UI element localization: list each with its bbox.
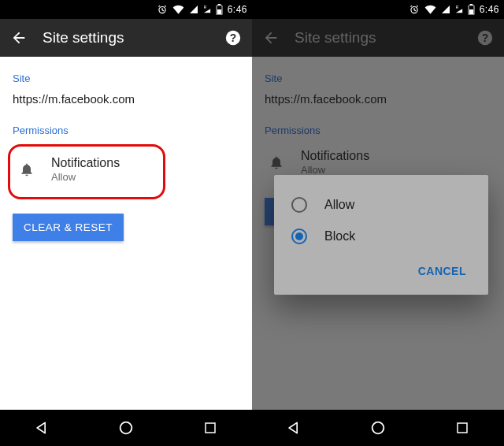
battery-icon: [468, 4, 475, 15]
phone-left: R 6:46 Site settings ? Site https://m.fa…: [0, 0, 252, 446]
clock-text: 6:46: [228, 4, 247, 15]
status-bar: R 6:46: [252, 0, 504, 19]
signal-icon: [189, 5, 198, 14]
permission-title: Notifications: [51, 156, 120, 170]
battery-icon: [216, 4, 223, 15]
svg-text:R: R: [203, 6, 206, 9]
signal-r-icon: R: [203, 5, 211, 14]
nav-home-icon[interactable]: [116, 418, 136, 438]
screen-content: Site https://m.facebook.com Permissions …: [0, 57, 252, 410]
cancel-button[interactable]: CANCEL: [410, 258, 474, 284]
svg-rect-12: [469, 4, 472, 6]
clear-reset-button[interactable]: CLEAR & RESET: [13, 214, 124, 241]
signal-icon: [441, 5, 450, 14]
page-title: Site settings: [43, 29, 224, 46]
wifi-icon: [424, 5, 436, 14]
android-nav-bar: [0, 410, 252, 446]
radio-icon: [291, 197, 307, 213]
svg-rect-17: [458, 423, 467, 433]
svg-point-7: [120, 422, 132, 434]
site-url-text: https://m.facebook.com: [13, 92, 239, 106]
svg-rect-13: [469, 9, 473, 14]
back-icon[interactable]: [9, 28, 28, 47]
phone-right: R 6:46 Site settings ? Site https://m.fa…: [252, 0, 504, 446]
nav-home-icon[interactable]: [368, 418, 388, 438]
status-bar: R 6:46: [0, 0, 252, 19]
signal-r-icon: R: [455, 5, 463, 14]
nav-back-icon[interactable]: [284, 418, 304, 438]
radio-option-block[interactable]: Block: [287, 221, 480, 252]
svg-point-16: [372, 422, 384, 434]
site-section-label: Site: [13, 72, 239, 84]
permission-status: Allow: [51, 171, 120, 183]
svg-rect-3: [217, 4, 220, 6]
alarm-icon: [157, 4, 168, 15]
wifi-icon: [172, 5, 184, 14]
android-nav-bar: [252, 410, 504, 446]
permission-row-notifications[interactable]: Notifications Allow: [15, 151, 152, 191]
dual-screenshot: R 6:46 Site settings ? Site https://m.fa…: [0, 0, 504, 446]
svg-text:?: ?: [230, 32, 236, 44]
alarm-icon: [409, 4, 420, 15]
notification-permission-dialog: Allow Block CANCEL: [274, 175, 488, 295]
permissions-section-label: Permissions: [13, 125, 239, 136]
clock-text: 6:46: [480, 4, 499, 15]
radio-label-allow: Allow: [324, 198, 354, 212]
nav-back-icon[interactable]: [32, 418, 52, 438]
svg-rect-8: [206, 423, 215, 433]
help-icon[interactable]: ?: [224, 28, 243, 47]
bell-icon: [18, 161, 35, 178]
radio-icon-checked: [291, 229, 307, 244]
nav-recents-icon[interactable]: [200, 418, 220, 438]
screen-content-dimmed: Site settings ? Site https://m.facebook.…: [252, 19, 504, 410]
radio-option-allow[interactable]: Allow: [287, 189, 480, 221]
radio-label-block: Block: [324, 229, 355, 243]
nav-recents-icon[interactable]: [452, 418, 472, 438]
tutorial-highlight-ring: Notifications Allow: [8, 144, 165, 199]
app-bar: Site settings ?: [0, 19, 252, 57]
svg-text:R: R: [455, 6, 458, 9]
svg-rect-4: [217, 9, 221, 14]
